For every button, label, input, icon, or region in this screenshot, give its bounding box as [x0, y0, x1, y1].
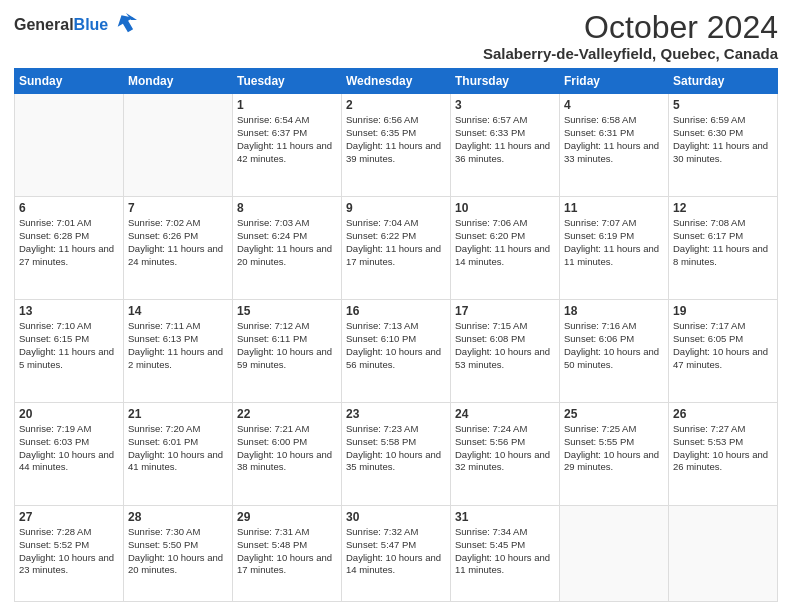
calendar-cell: 15Sunrise: 7:12 AM Sunset: 6:11 PM Dayli…: [233, 300, 342, 403]
calendar-week-1: 1Sunrise: 6:54 AM Sunset: 6:37 PM Daylig…: [15, 94, 778, 197]
calendar-cell: 31Sunrise: 7:34 AM Sunset: 5:45 PM Dayli…: [451, 506, 560, 602]
cell-content: Sunrise: 7:10 AM Sunset: 6:15 PM Dayligh…: [19, 320, 119, 371]
cell-content: Sunrise: 6:54 AM Sunset: 6:37 PM Dayligh…: [237, 114, 337, 165]
calendar-cell: 14Sunrise: 7:11 AM Sunset: 6:13 PM Dayli…: [124, 300, 233, 403]
calendar-week-3: 13Sunrise: 7:10 AM Sunset: 6:15 PM Dayli…: [15, 300, 778, 403]
svg-marker-0: [115, 12, 137, 34]
calendar-cell: 11Sunrise: 7:07 AM Sunset: 6:19 PM Dayli…: [560, 197, 669, 300]
day-number: 9: [346, 201, 446, 215]
cell-content: Sunrise: 7:20 AM Sunset: 6:01 PM Dayligh…: [128, 423, 228, 474]
day-of-week-sunday: Sunday: [15, 69, 124, 94]
cell-content: Sunrise: 7:25 AM Sunset: 5:55 PM Dayligh…: [564, 423, 664, 474]
day-number: 24: [455, 407, 555, 421]
day-number: 5: [673, 98, 773, 112]
calendar-cell: 17Sunrise: 7:15 AM Sunset: 6:08 PM Dayli…: [451, 300, 560, 403]
logo: GeneralBlue: [14, 10, 137, 36]
cell-content: Sunrise: 7:11 AM Sunset: 6:13 PM Dayligh…: [128, 320, 228, 371]
calendar-cell: [669, 506, 778, 602]
cell-content: Sunrise: 7:21 AM Sunset: 6:00 PM Dayligh…: [237, 423, 337, 474]
calendar-cell: [124, 94, 233, 197]
day-number: 14: [128, 304, 228, 318]
calendar-cell: 20Sunrise: 7:19 AM Sunset: 6:03 PM Dayli…: [15, 403, 124, 506]
calendar-cell: 25Sunrise: 7:25 AM Sunset: 5:55 PM Dayli…: [560, 403, 669, 506]
cell-content: Sunrise: 7:03 AM Sunset: 6:24 PM Dayligh…: [237, 217, 337, 268]
day-number: 22: [237, 407, 337, 421]
calendar-cell: 19Sunrise: 7:17 AM Sunset: 6:05 PM Dayli…: [669, 300, 778, 403]
cell-content: Sunrise: 7:07 AM Sunset: 6:19 PM Dayligh…: [564, 217, 664, 268]
day-number: 17: [455, 304, 555, 318]
day-number: 25: [564, 407, 664, 421]
day-number: 13: [19, 304, 119, 318]
calendar-cell: 10Sunrise: 7:06 AM Sunset: 6:20 PM Dayli…: [451, 197, 560, 300]
page: GeneralBlue October 2024 Salaberry-de-Va…: [0, 0, 792, 612]
day-number: 29: [237, 510, 337, 524]
cell-content: Sunrise: 7:01 AM Sunset: 6:28 PM Dayligh…: [19, 217, 119, 268]
day-number: 31: [455, 510, 555, 524]
calendar-cell: 24Sunrise: 7:24 AM Sunset: 5:56 PM Dayli…: [451, 403, 560, 506]
day-number: 27: [19, 510, 119, 524]
calendar-header-row: SundayMondayTuesdayWednesdayThursdayFrid…: [15, 69, 778, 94]
day-of-week-friday: Friday: [560, 69, 669, 94]
calendar-week-4: 20Sunrise: 7:19 AM Sunset: 6:03 PM Dayli…: [15, 403, 778, 506]
day-number: 30: [346, 510, 446, 524]
day-number: 12: [673, 201, 773, 215]
title-block: October 2024 Salaberry-de-Valleyfield, Q…: [483, 10, 778, 62]
cell-content: Sunrise: 7:34 AM Sunset: 5:45 PM Dayligh…: [455, 526, 555, 577]
cell-content: Sunrise: 7:15 AM Sunset: 6:08 PM Dayligh…: [455, 320, 555, 371]
cell-content: Sunrise: 7:32 AM Sunset: 5:47 PM Dayligh…: [346, 526, 446, 577]
day-of-week-saturday: Saturday: [669, 69, 778, 94]
calendar-cell: 1Sunrise: 6:54 AM Sunset: 6:37 PM Daylig…: [233, 94, 342, 197]
calendar-cell: [560, 506, 669, 602]
cell-content: Sunrise: 6:57 AM Sunset: 6:33 PM Dayligh…: [455, 114, 555, 165]
cell-content: Sunrise: 7:08 AM Sunset: 6:17 PM Dayligh…: [673, 217, 773, 268]
calendar-week-2: 6Sunrise: 7:01 AM Sunset: 6:28 PM Daylig…: [15, 197, 778, 300]
header: GeneralBlue October 2024 Salaberry-de-Va…: [14, 10, 778, 62]
calendar-cell: 27Sunrise: 7:28 AM Sunset: 5:52 PM Dayli…: [15, 506, 124, 602]
month-year: October 2024: [483, 10, 778, 45]
day-number: 3: [455, 98, 555, 112]
cell-content: Sunrise: 7:06 AM Sunset: 6:20 PM Dayligh…: [455, 217, 555, 268]
day-number: 18: [564, 304, 664, 318]
calendar-cell: 28Sunrise: 7:30 AM Sunset: 5:50 PM Dayli…: [124, 506, 233, 602]
day-number: 23: [346, 407, 446, 421]
calendar-cell: 12Sunrise: 7:08 AM Sunset: 6:17 PM Dayli…: [669, 197, 778, 300]
calendar-cell: 21Sunrise: 7:20 AM Sunset: 6:01 PM Dayli…: [124, 403, 233, 506]
cell-content: Sunrise: 6:59 AM Sunset: 6:30 PM Dayligh…: [673, 114, 773, 165]
calendar-cell: 29Sunrise: 7:31 AM Sunset: 5:48 PM Dayli…: [233, 506, 342, 602]
day-number: 2: [346, 98, 446, 112]
day-number: 19: [673, 304, 773, 318]
calendar-cell: 13Sunrise: 7:10 AM Sunset: 6:15 PM Dayli…: [15, 300, 124, 403]
calendar-cell: 3Sunrise: 6:57 AM Sunset: 6:33 PM Daylig…: [451, 94, 560, 197]
day-number: 8: [237, 201, 337, 215]
cell-content: Sunrise: 7:19 AM Sunset: 6:03 PM Dayligh…: [19, 423, 119, 474]
day-number: 16: [346, 304, 446, 318]
cell-content: Sunrise: 6:56 AM Sunset: 6:35 PM Dayligh…: [346, 114, 446, 165]
calendar-cell: 2Sunrise: 6:56 AM Sunset: 6:35 PM Daylig…: [342, 94, 451, 197]
calendar-cell: 22Sunrise: 7:21 AM Sunset: 6:00 PM Dayli…: [233, 403, 342, 506]
day-number: 21: [128, 407, 228, 421]
cell-content: Sunrise: 7:13 AM Sunset: 6:10 PM Dayligh…: [346, 320, 446, 371]
cell-content: Sunrise: 7:17 AM Sunset: 6:05 PM Dayligh…: [673, 320, 773, 371]
day-of-week-thursday: Thursday: [451, 69, 560, 94]
logo-blue: Blue: [74, 16, 109, 33]
location: Salaberry-de-Valleyfield, Quebec, Canada: [483, 45, 778, 62]
cell-content: Sunrise: 7:31 AM Sunset: 5:48 PM Dayligh…: [237, 526, 337, 577]
day-number: 6: [19, 201, 119, 215]
day-number: 4: [564, 98, 664, 112]
cell-content: Sunrise: 7:02 AM Sunset: 6:26 PM Dayligh…: [128, 217, 228, 268]
logo-general: General: [14, 16, 74, 33]
calendar-cell: 5Sunrise: 6:59 AM Sunset: 6:30 PM Daylig…: [669, 94, 778, 197]
cell-content: Sunrise: 7:28 AM Sunset: 5:52 PM Dayligh…: [19, 526, 119, 577]
calendar-cell: 18Sunrise: 7:16 AM Sunset: 6:06 PM Dayli…: [560, 300, 669, 403]
calendar-table: SundayMondayTuesdayWednesdayThursdayFrid…: [14, 68, 778, 602]
day-number: 20: [19, 407, 119, 421]
calendar-cell: 30Sunrise: 7:32 AM Sunset: 5:47 PM Dayli…: [342, 506, 451, 602]
day-number: 11: [564, 201, 664, 215]
cell-content: Sunrise: 7:23 AM Sunset: 5:58 PM Dayligh…: [346, 423, 446, 474]
calendar-cell: 8Sunrise: 7:03 AM Sunset: 6:24 PM Daylig…: [233, 197, 342, 300]
calendar-week-5: 27Sunrise: 7:28 AM Sunset: 5:52 PM Dayli…: [15, 506, 778, 602]
cell-content: Sunrise: 7:12 AM Sunset: 6:11 PM Dayligh…: [237, 320, 337, 371]
cell-content: Sunrise: 7:16 AM Sunset: 6:06 PM Dayligh…: [564, 320, 664, 371]
day-number: 15: [237, 304, 337, 318]
cell-content: Sunrise: 7:04 AM Sunset: 6:22 PM Dayligh…: [346, 217, 446, 268]
